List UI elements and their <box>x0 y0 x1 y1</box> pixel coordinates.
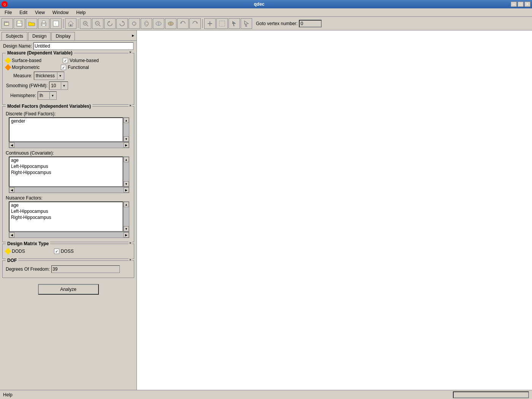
discrete-scroll-track <box>124 123 129 136</box>
toolbar-brain-left-btn[interactable] <box>129 18 140 29</box>
discrete-scroll-up[interactable]: ▲ <box>124 118 129 123</box>
nuisance-scroll-down[interactable]: ▼ <box>124 226 129 231</box>
functional-radio-icon: ✓ <box>61 65 66 70</box>
smoothing-arrow[interactable]: ▼ <box>61 82 67 89</box>
continuous-item-1[interactable]: Left-Hippocampus <box>10 163 122 169</box>
toolbar-rotate-right-btn[interactable] <box>116 18 128 29</box>
model-factors-close[interactable]: × <box>129 103 132 108</box>
analyze-button[interactable]: Analyze <box>38 284 99 295</box>
nuisance-scroll-up[interactable]: ▲ <box>124 202 129 207</box>
nuisance-listbox[interactable]: age Left-Hippocampus Right-Hippocampus <box>9 201 123 232</box>
nuisance-scroll-right[interactable]: ▶ <box>124 232 129 238</box>
morphometric-radio[interactable]: Morphometric <box>6 65 40 70</box>
discrete-scrollbar-v[interactable]: ▲ ▼ <box>123 117 129 142</box>
tab-design[interactable]: Design <box>28 32 51 40</box>
toolbar-export-btn[interactable]: ↑ <box>50 18 62 29</box>
menu-file[interactable]: File <box>2 9 15 16</box>
design-name-row: Design Name: <box>0 41 137 51</box>
volume-based-label: Volume-based <box>70 58 99 63</box>
discrete-scroll-down[interactable]: ▼ <box>124 136 129 142</box>
dof-close[interactable]: × <box>129 257 132 262</box>
minimize-button[interactable]: ─ <box>511 2 517 7</box>
tab-display[interactable]: Display <box>51 32 75 40</box>
toolbar-rotate-left-btn[interactable] <box>104 18 116 29</box>
measure-row: Measure: thickness ▼ <box>6 72 131 80</box>
continuous-scrollbar-v[interactable]: ▲ ▼ <box>123 156 129 187</box>
continuous-scroll-down[interactable]: ▼ <box>124 181 129 187</box>
continuous-scroll-left[interactable]: ◀ <box>9 187 14 193</box>
design-matrix-title: Design Matrix Type <box>6 241 50 246</box>
status-right-area <box>453 391 529 398</box>
nuisance-scrollbar-v[interactable]: ▲ ▼ <box>123 201 129 232</box>
svg-rect-7 <box>42 21 45 23</box>
nuisance-item-2[interactable]: Right-Hippocampus <box>10 214 122 220</box>
analyze-row: Analyze <box>3 281 133 298</box>
toolbar-brain-top-right-btn[interactable] <box>165 18 176 29</box>
svg-marker-28 <box>196 22 197 24</box>
window-controls[interactable]: ─ □ ✕ <box>511 2 530 7</box>
surface-based-radio[interactable]: Surface-based <box>6 58 41 63</box>
toolbar-pick-btn[interactable] <box>229 18 240 29</box>
toolbar-zoom-in-btn[interactable] <box>80 18 91 29</box>
toolbar-print-btn[interactable] <box>38 18 49 29</box>
volume-based-radio[interactable]: ✓ Volume-based <box>63 58 99 63</box>
continuous-listbox[interactable]: age Left-Hippocampus Right-Hippocampus <box>9 156 123 187</box>
discrete-listbox[interactable]: gender <box>9 117 123 142</box>
toolbar-save-btn[interactable] <box>14 18 25 29</box>
menu-view[interactable]: View <box>32 9 48 16</box>
discrete-scroll-left[interactable]: ◀ <box>9 142 14 148</box>
measure-dropdown[interactable]: thickness ▼ <box>34 72 64 80</box>
toolbar-select-btn[interactable] <box>216 18 228 29</box>
doss-radio[interactable]: ✓ DOSS <box>54 249 74 254</box>
goto-vertex-group: Goto vertex number: <box>256 20 322 27</box>
panel-toggle[interactable]: ▸ <box>131 32 135 40</box>
nuisance-label: Nuisance Factors: <box>6 195 131 201</box>
hemisphere-dropdown[interactable]: lh ▼ <box>38 91 57 100</box>
toolbar-undo-btn[interactable] <box>177 18 189 29</box>
left-panel: Subjects Design Display ▸ Design Name: M… <box>0 30 137 390</box>
dof-input[interactable] <box>51 265 120 273</box>
toolbar-home-btn[interactable] <box>65 18 76 29</box>
toolbar-zoom-out-btn[interactable] <box>92 18 103 29</box>
design-matrix-close[interactable]: × <box>129 241 132 245</box>
continuous-scrollbar-h[interactable]: ◀ ▶ <box>9 187 129 193</box>
continuous-scroll-up[interactable]: ▲ <box>124 157 129 162</box>
goto-vertex-input[interactable] <box>299 20 322 27</box>
hemisphere-arrow[interactable]: ▼ <box>49 92 56 99</box>
smoothing-dropdown[interactable]: 10 ▼ <box>49 81 68 90</box>
nuisance-scroll-left[interactable]: ◀ <box>9 232 14 238</box>
discrete-item-0[interactable]: gender <box>10 118 122 124</box>
functional-radio[interactable]: ✓ Functional <box>61 65 89 70</box>
svg-rect-4 <box>18 21 20 23</box>
maximize-button[interactable]: □ <box>518 2 524 7</box>
menu-edit[interactable]: Edit <box>16 9 30 16</box>
continuous-scroll-right[interactable]: ▶ <box>124 187 129 193</box>
toolbar-folder-btn[interactable] <box>26 18 37 29</box>
design-name-input[interactable] <box>33 42 133 50</box>
menu-help[interactable]: Help <box>73 9 89 16</box>
toolbar-brain-right-btn[interactable] <box>141 18 152 29</box>
nuisance-item-1[interactable]: Left-Hippocampus <box>10 208 122 214</box>
measure-section-close[interactable]: × <box>129 50 132 54</box>
menu-window[interactable]: Window <box>49 9 72 16</box>
toolbar-plus-btn[interactable] <box>204 18 216 29</box>
continuous-item-0[interactable]: age <box>10 157 122 163</box>
nuisance-scrollbar-h[interactable]: ◀ ▶ <box>9 232 129 238</box>
tab-subjects[interactable]: Subjects <box>2 32 27 40</box>
dods-radio[interactable]: DODS <box>6 249 25 254</box>
close-button[interactable]: ✕ <box>524 2 530 7</box>
toolbar-open-btn[interactable] <box>2 18 13 29</box>
continuous-listbox-container: age Left-Hippocampus Right-Hippocampus ▲… <box>9 156 129 187</box>
design-name-label: Design Name: <box>3 43 32 49</box>
nuisance-item-0[interactable]: age <box>10 202 122 208</box>
discrete-scroll-right[interactable]: ▶ <box>124 142 129 148</box>
doss-radio-icon: ✓ <box>54 249 59 254</box>
measure-dropdown-arrow[interactable]: ▼ <box>57 72 63 79</box>
toolbar-pick2-btn[interactable] <box>241 18 252 29</box>
continuous-item-2[interactable]: Right-Hippocampus <box>10 169 122 176</box>
design-matrix-section: Design Matrix Type × DODS ✓ DOSS <box>2 244 134 259</box>
discrete-scrollbar-h[interactable]: ◀ ▶ <box>9 142 129 148</box>
window-title: qdec <box>8 2 511 7</box>
toolbar-redo-btn[interactable] <box>189 18 201 29</box>
toolbar-brain-top-left-btn[interactable] <box>153 18 164 29</box>
